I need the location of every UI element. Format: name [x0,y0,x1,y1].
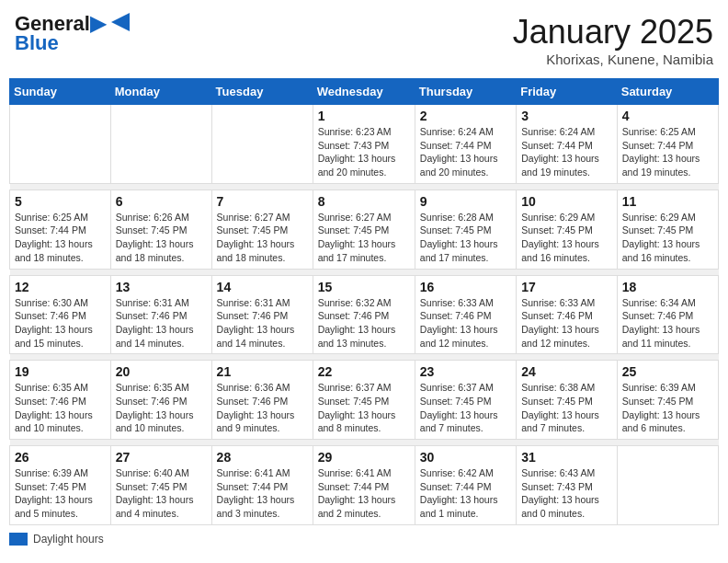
day-number: 3 [521,109,612,123]
week-spacer [10,269,719,275]
day-number: 8 [318,194,410,209]
day-info: Sunrise: 6:39 AM Sunset: 7:45 PM Dayligh… [622,381,713,435]
day-number: 12 [15,280,106,294]
header-day-friday: Friday [517,79,618,105]
calendar-cell: 26Sunrise: 6:39 AM Sunset: 7:45 PM Dayli… [10,446,111,525]
calendar-cell: 3Sunrise: 6:24 AM Sunset: 7:44 PM Daylig… [517,105,618,184]
day-info: Sunrise: 6:37 AM Sunset: 7:45 PM Dayligh… [318,381,410,435]
calendar-cell: 11Sunrise: 6:29 AM Sunset: 7:45 PM Dayli… [617,190,718,269]
header-day-sunday: Sunday [10,79,111,105]
day-number: 30 [420,450,511,465]
day-info: Sunrise: 6:25 AM Sunset: 7:44 PM Dayligh… [15,211,106,265]
calendar-cell: 10Sunrise: 6:29 AM Sunset: 7:45 PM Dayli… [517,190,618,269]
calendar-body: 1Sunrise: 6:23 AM Sunset: 7:43 PM Daylig… [10,105,719,525]
week-spacer [10,440,719,446]
logo-icon [108,9,133,35]
day-info: Sunrise: 6:34 AM Sunset: 7:46 PM Dayligh… [622,296,713,350]
header-day-wednesday: Wednesday [313,79,415,105]
day-info: Sunrise: 6:24 AM Sunset: 7:44 PM Dayligh… [420,125,511,179]
day-number: 6 [116,194,207,209]
day-number: 7 [217,194,308,209]
day-info: Sunrise: 6:26 AM Sunset: 7:45 PM Dayligh… [116,211,207,265]
day-info: Sunrise: 6:30 AM Sunset: 7:46 PM Dayligh… [15,296,106,350]
calendar-cell: 25Sunrise: 6:39 AM Sunset: 7:45 PM Dayli… [617,361,718,440]
legend-color-box [9,533,28,546]
header-row: SundayMondayTuesdayWednesdayThursdayFrid… [10,79,719,105]
calendar-cell: 19Sunrise: 6:35 AM Sunset: 7:46 PM Dayli… [10,361,111,440]
day-info: Sunrise: 6:23 AM Sunset: 7:43 PM Dayligh… [318,125,410,179]
day-info: Sunrise: 6:35 AM Sunset: 7:46 PM Dayligh… [116,381,207,435]
calendar-cell: 16Sunrise: 6:33 AM Sunset: 7:46 PM Dayli… [415,275,516,354]
week-row-2: 5Sunrise: 6:25 AM Sunset: 7:44 PM Daylig… [10,190,719,269]
calendar-cell: 2Sunrise: 6:24 AM Sunset: 7:44 PM Daylig… [415,105,516,184]
day-number: 25 [622,364,713,379]
week-spacer [10,354,719,361]
calendar-cell: 22Sunrise: 6:37 AM Sunset: 7:45 PM Dayli… [313,361,415,440]
day-number: 15 [318,280,410,294]
day-info: Sunrise: 6:27 AM Sunset: 7:45 PM Dayligh… [217,211,308,265]
calendar-cell: 1Sunrise: 6:23 AM Sunset: 7:43 PM Daylig… [313,105,415,184]
day-info: Sunrise: 6:35 AM Sunset: 7:46 PM Dayligh… [15,381,106,435]
day-info: Sunrise: 6:41 AM Sunset: 7:44 PM Dayligh… [318,466,410,521]
calendar-cell: 23Sunrise: 6:37 AM Sunset: 7:45 PM Dayli… [415,361,516,440]
page-header: General▶ Blue January 2025 Khorixas, Kun… [9,9,719,71]
legend: Daylight hours [9,533,719,546]
day-info: Sunrise: 6:36 AM Sunset: 7:46 PM Dayligh… [217,381,308,435]
calendar-cell: 14Sunrise: 6:31 AM Sunset: 7:46 PM Dayli… [211,275,313,354]
calendar-cell: 5Sunrise: 6:25 AM Sunset: 7:44 PM Daylig… [10,190,111,269]
day-number: 27 [116,450,207,465]
calendar-cell: 7Sunrise: 6:27 AM Sunset: 7:45 PM Daylig… [211,190,313,269]
day-number: 21 [217,364,308,379]
calendar-cell: 28Sunrise: 6:41 AM Sunset: 7:44 PM Dayli… [211,446,313,525]
day-number: 10 [521,194,612,209]
day-info: Sunrise: 6:33 AM Sunset: 7:46 PM Dayligh… [521,296,612,350]
day-number: 28 [217,450,308,465]
day-info: Sunrise: 6:37 AM Sunset: 7:45 PM Dayligh… [420,381,511,435]
calendar-cell: 6Sunrise: 6:26 AM Sunset: 7:45 PM Daylig… [110,190,211,269]
day-number: 19 [15,364,106,379]
day-info: Sunrise: 6:38 AM Sunset: 7:45 PM Dayligh… [521,381,612,435]
day-number: 31 [521,450,612,465]
title-area: January 2025 Khorixas, Kunene, Namibia [513,13,713,67]
day-info: Sunrise: 6:40 AM Sunset: 7:45 PM Dayligh… [116,466,207,521]
day-info: Sunrise: 6:31 AM Sunset: 7:46 PM Dayligh… [116,296,207,350]
calendar-cell: 17Sunrise: 6:33 AM Sunset: 7:46 PM Dayli… [517,275,618,354]
day-info: Sunrise: 6:31 AM Sunset: 7:46 PM Dayligh… [217,296,308,350]
calendar-cell: 8Sunrise: 6:27 AM Sunset: 7:45 PM Daylig… [313,190,415,269]
day-number: 29 [318,450,410,465]
header-day-tuesday: Tuesday [211,79,313,105]
day-number: 16 [420,280,511,294]
day-info: Sunrise: 6:41 AM Sunset: 7:44 PM Dayligh… [217,466,308,521]
week-row-3: 12Sunrise: 6:30 AM Sunset: 7:46 PM Dayli… [10,275,719,354]
day-number: 2 [420,109,511,123]
day-number: 26 [15,450,106,465]
day-info: Sunrise: 6:43 AM Sunset: 7:43 PM Dayligh… [521,466,612,521]
day-info: Sunrise: 6:28 AM Sunset: 7:45 PM Dayligh… [420,211,511,265]
day-info: Sunrise: 6:24 AM Sunset: 7:44 PM Dayligh… [521,125,612,179]
calendar-cell: 27Sunrise: 6:40 AM Sunset: 7:45 PM Dayli… [110,446,211,525]
header-day-saturday: Saturday [617,79,718,105]
calendar-cell: 18Sunrise: 6:34 AM Sunset: 7:46 PM Dayli… [617,275,718,354]
day-number: 17 [521,280,612,294]
day-info: Sunrise: 6:32 AM Sunset: 7:46 PM Dayligh… [318,296,410,350]
calendar-cell: 15Sunrise: 6:32 AM Sunset: 7:46 PM Dayli… [313,275,415,354]
day-number: 5 [15,194,106,209]
calendar-title: January 2025 [513,13,713,52]
day-info: Sunrise: 6:25 AM Sunset: 7:44 PM Dayligh… [622,125,713,179]
calendar-cell: 21Sunrise: 6:36 AM Sunset: 7:46 PM Dayli… [211,361,313,440]
calendar-cell: 31Sunrise: 6:43 AM Sunset: 7:43 PM Dayli… [517,446,618,525]
day-info: Sunrise: 6:39 AM Sunset: 7:45 PM Dayligh… [15,466,106,521]
calendar-table: SundayMondayTuesdayWednesdayThursdayFrid… [9,78,719,525]
day-number: 23 [420,364,511,379]
calendar-subtitle: Khorixas, Kunene, Namibia [513,52,713,67]
calendar-cell: 13Sunrise: 6:31 AM Sunset: 7:46 PM Dayli… [110,275,211,354]
calendar-cell: 12Sunrise: 6:30 AM Sunset: 7:46 PM Dayli… [10,275,111,354]
legend-label: Daylight hours [33,533,104,546]
day-info: Sunrise: 6:42 AM Sunset: 7:44 PM Dayligh… [420,466,511,521]
calendar-cell [10,105,111,184]
day-number: 20 [116,364,207,379]
week-row-1: 1Sunrise: 6:23 AM Sunset: 7:43 PM Daylig… [10,105,719,184]
day-number: 1 [318,109,410,123]
logo: General▶ Blue [15,13,133,55]
calendar-cell [110,105,211,184]
